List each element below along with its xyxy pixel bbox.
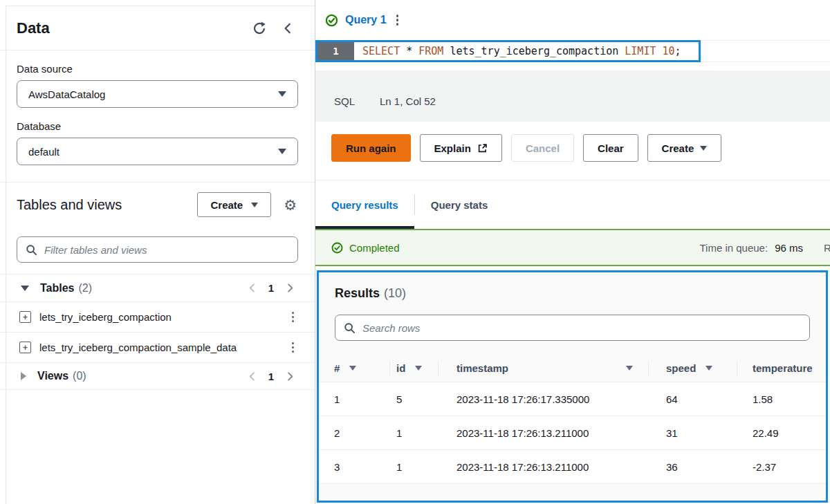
editor-body[interactable] — [315, 62, 830, 71]
expand-triangle-icon[interactable] — [21, 286, 29, 291]
tables-views-groups: Tables (2) 1 + lets_try_iceberg_compacti… — [0, 274, 315, 390]
tables-group-row[interactable]: Tables (2) 1 — [0, 274, 315, 301]
views-group-count: (0) — [73, 370, 86, 382]
column-header-id[interactable]: id — [389, 355, 438, 382]
table-row[interactable]: 2 1 2023-11-18 17:26:13.211000 31 22.49 — [319, 416, 826, 450]
data-source-value: AwsDataCatalog — [28, 88, 105, 100]
sql-semicolon: ; — [675, 45, 681, 57]
column-header-index[interactable]: # — [319, 355, 389, 382]
table-name: lets_try_iceberg_compaction — [39, 311, 289, 323]
column-label: timestamp — [456, 362, 508, 374]
tab-query-results[interactable]: Query results — [315, 180, 414, 229]
sql-keyword: FROM — [418, 45, 443, 57]
sort-filter-icon[interactable] — [626, 366, 633, 371]
sql-keyword: SELECT — [362, 45, 400, 57]
refresh-button[interactable] — [251, 20, 268, 37]
collapse-panel-button[interactable] — [280, 21, 295, 36]
cell-temperature: 22.49 — [737, 416, 826, 449]
sql-editor[interactable]: 1 SELECT * FROM lets_try_iceberg_compact… — [315, 40, 830, 62]
tables-group-label: Tables — [40, 282, 75, 295]
views-group-label: Views — [37, 370, 68, 382]
query-tab-title[interactable]: Query 1 — [345, 14, 387, 26]
create-dropdown-button[interactable]: Create — [647, 134, 722, 162]
table-row[interactable]: 1 5 2023-11-18 17:26:17.335000 64 1.58 — [319, 382, 826, 416]
database-select[interactable]: default — [17, 138, 298, 165]
column-header-timestamp[interactable]: timestamp — [438, 355, 648, 382]
page-next-button[interactable] — [284, 281, 297, 295]
column-label: speed — [666, 362, 696, 374]
line-number-gutter: 1 — [317, 42, 354, 60]
search-icon — [344, 322, 356, 334]
clear-button[interactable]: Clear — [583, 134, 638, 162]
cell-temperature: 1.58 — [737, 382, 826, 416]
search-rows-box — [335, 315, 810, 341]
column-header-temperature[interactable]: temperature — [737, 355, 826, 382]
cell-index: 1 — [319, 382, 389, 416]
cancel-button[interactable]: Cancel — [511, 134, 574, 162]
tables-pagination: 1 — [246, 281, 297, 295]
data-source-select[interactable]: AwsDataCatalog — [17, 80, 298, 108]
search-rows-input[interactable] — [362, 322, 801, 334]
page-number: 1 — [268, 282, 274, 294]
completed-banner: Completed Time in queue: 96 ms Run time: — [315, 229, 830, 266]
table-row[interactable]: 3 1 2023-11-18 17:26:13.211000 36 -2.37 — [319, 450, 826, 484]
queue-time-label: Time in queue: — [699, 242, 768, 254]
collapsed-triangle-icon[interactable] — [21, 372, 26, 380]
expand-plus-icon[interactable]: + — [19, 342, 31, 353]
external-link-icon — [477, 143, 488, 153]
results-heading: Results — [335, 286, 380, 300]
tab-query-stats[interactable]: Query stats — [415, 180, 504, 229]
query-tab-kebab[interactable] — [394, 13, 401, 26]
views-group-row[interactable]: Views (0) 1 — [0, 362, 315, 390]
cell-timestamp: 2023-11-18 17:26:13.211000 — [438, 450, 648, 483]
caret-down-icon — [278, 91, 286, 97]
explain-button[interactable]: Explain — [420, 134, 502, 162]
refresh-icon — [252, 21, 266, 35]
table-actions-kebab[interactable] — [289, 341, 297, 354]
sql-table-name: lets_try_iceberg_compaction — [443, 45, 625, 57]
query-tab-header: Query 1 — [315, 0, 830, 40]
query-panel: Query 1 1 SELECT * FROM lets_try_iceberg… — [315, 0, 830, 504]
table-list-item[interactable]: + lets_try_iceberg_compaction_sample_dat… — [0, 332, 315, 362]
caret-down-icon — [278, 149, 286, 154]
tables-filter-input[interactable] — [44, 244, 289, 256]
page-number: 1 — [268, 371, 274, 382]
status-text: Completed — [349, 242, 400, 254]
run-again-button[interactable]: Run again — [331, 134, 411, 162]
create-button-label: Create — [210, 199, 243, 211]
column-label: id — [396, 362, 405, 374]
sidebar-title: Data — [17, 19, 50, 37]
cell-index: 3 — [319, 450, 389, 483]
search-icon — [26, 244, 37, 256]
table-actions-kebab[interactable] — [289, 310, 297, 324]
table-list-item[interactable]: + lets_try_iceberg_compaction — [0, 301, 315, 332]
sort-filter-icon[interactable] — [706, 366, 712, 371]
tables-views-heading: Tables and views — [17, 197, 186, 213]
database-value: default — [28, 146, 59, 158]
chevron-left-icon — [282, 22, 294, 35]
cell-id: 1 — [389, 416, 438, 449]
cursor-position: Ln 1, Col 52 — [380, 95, 436, 107]
column-header-speed[interactable]: speed — [648, 355, 737, 382]
tables-group-count: (2) — [79, 282, 93, 295]
page-next-button[interactable] — [284, 370, 297, 383]
editor-status-bar: SQL Ln 1, Col 52 — [315, 71, 830, 122]
sort-filter-icon[interactable] — [415, 366, 422, 371]
create-table-button[interactable]: Create — [197, 192, 271, 217]
query-actions: Run again Explain Cancel Clear Create — [315, 122, 830, 180]
table-name: lets_try_iceberg_compaction_sample_data — [39, 342, 289, 353]
sql-code-line[interactable]: SELECT * FROM lets_try_iceberg_compactio… — [354, 42, 699, 60]
athena-query-editor: Data Data source AwsDataCatalog Database — [0, 0, 830, 504]
column-label: temperature — [753, 362, 813, 374]
expand-plus-icon[interactable]: + — [19, 311, 31, 323]
sort-filter-icon[interactable] — [349, 366, 356, 371]
banner-metrics: Time in queue: 96 ms Run time: — [699, 242, 830, 254]
page-prev-button[interactable] — [246, 370, 259, 383]
settings-button[interactable]: ⚙ — [282, 196, 298, 214]
cell-id: 5 — [389, 382, 438, 416]
page-prev-button[interactable] — [246, 281, 259, 295]
queue-time-value: 96 ms — [775, 242, 803, 254]
sidebar-header: Data — [0, 0, 315, 37]
editor-active-line[interactable]: 1 SELECT * FROM lets_try_iceberg_compact… — [315, 40, 701, 62]
editor-line-extension[interactable] — [701, 40, 830, 62]
